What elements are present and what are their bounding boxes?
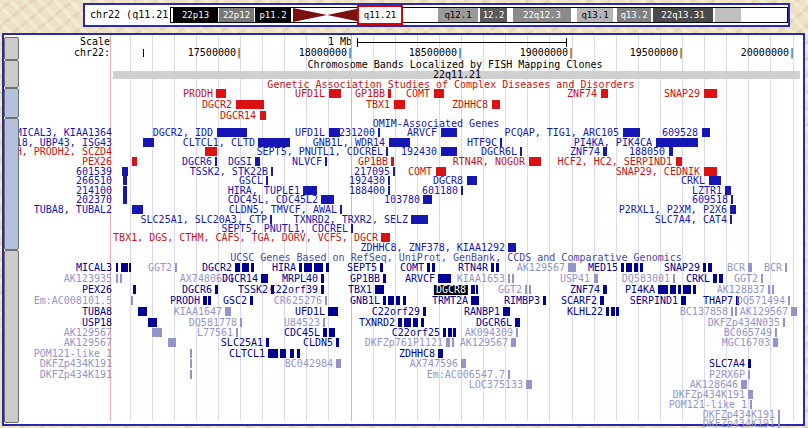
gene-label[interactable]: ARVCF (405, 274, 435, 284)
gene-label[interactable]: BCR (764, 263, 782, 273)
gene-label[interactable]: COMT (408, 167, 432, 177)
gene-label[interactable]: TBX1 (366, 100, 390, 110)
gene-box[interactable] (529, 157, 541, 166)
gene-box[interactable] (423, 307, 426, 316)
gene-box[interactable] (461, 359, 466, 368)
ideogram-band-22p13[interactable]: 22p13 (173, 8, 218, 22)
gene-box[interactable] (421, 318, 424, 327)
gene-box[interactable] (496, 263, 499, 272)
gene-box[interactable] (386, 147, 388, 156)
gene-box[interactable] (290, 349, 294, 358)
gene-box[interactable] (383, 296, 386, 305)
gene-box[interactable] (268, 349, 278, 358)
gene-box[interactable] (434, 89, 444, 98)
gene-box[interactable] (280, 349, 286, 358)
gene-box[interactable] (748, 263, 752, 272)
gene-label[interactable]: Em:AC008101.5 (34, 296, 112, 306)
gene-label[interactable]: 192430 (401, 147, 437, 157)
gene-box[interactable] (260, 111, 266, 120)
gene-box[interactable] (603, 147, 607, 156)
gene-box[interactable] (215, 285, 218, 294)
gene-label[interactable]: PRODH (183, 89, 213, 99)
gene-box[interactable] (511, 338, 516, 347)
gene-box[interactable] (129, 263, 131, 272)
gene-box[interactable] (271, 167, 273, 176)
gene-box[interactable] (748, 370, 750, 379)
gene-box[interactable] (323, 318, 325, 327)
gene-box[interactable] (217, 128, 247, 137)
gene-box[interactable] (381, 233, 390, 242)
gene-label[interactable]: TBX1, DGS, CTHM, CAFS, TGA, DORV, VCFS, … (113, 233, 378, 243)
gene-label[interactable]: AK129567 (460, 338, 508, 348)
gene-box[interactable] (443, 328, 446, 337)
gene-box[interactable] (329, 89, 341, 98)
gene-box[interactable] (508, 370, 510, 379)
gene-label[interactable]: 103780 (384, 195, 420, 205)
gene-box[interactable] (225, 307, 231, 316)
ideogram-band-q13.1[interactable]: q13.1 (577, 8, 613, 22)
gene-label[interactable]: AX748067 (180, 274, 228, 284)
gene-box[interactable] (508, 274, 510, 283)
gene-box[interactable] (772, 285, 774, 294)
gene-label[interactable]: MED15 (588, 263, 618, 273)
gene-box[interactable] (122, 167, 128, 176)
gene-box[interactable] (236, 328, 238, 337)
gene-box[interactable] (778, 419, 780, 428)
gene-box[interactable] (314, 263, 323, 272)
gene-box[interactable] (438, 274, 451, 283)
gene-box[interactable] (471, 296, 479, 305)
gene-label[interactable]: UFD1L (295, 307, 325, 317)
gene-box[interactable] (476, 285, 478, 294)
gene-box[interactable] (394, 100, 405, 109)
gene-label[interactable]: DGCR2 (202, 100, 232, 110)
gene-box[interactable] (452, 338, 454, 347)
gene-box[interactable] (778, 410, 780, 419)
gene-label[interactable]: DGCR2 (202, 263, 232, 273)
gene-label[interactable]: SNAP29 (664, 263, 700, 273)
gene-label[interactable]: BCR (727, 263, 745, 273)
gene-label[interactable]: AK129567 (64, 338, 112, 348)
gene-label[interactable]: 609528 (662, 128, 698, 138)
gene-label[interactable]: CRKL (686, 274, 710, 284)
gene-box[interactable] (708, 263, 712, 272)
gene-label[interactable]: THAP7 (703, 296, 733, 306)
gene-box[interactable] (748, 359, 751, 368)
gene-box[interactable] (525, 285, 527, 294)
gene-box[interactable] (325, 296, 327, 305)
track-config-button[interactable] (4, 88, 19, 118)
gene-label[interactable]: ZDHHC8 (452, 100, 488, 110)
gene-box[interactable] (123, 176, 127, 185)
gene-label[interactable]: KIAA1647 (174, 307, 222, 317)
ideogram-band-12.2[interactable]: 12.2 (480, 8, 507, 22)
ideogram-strip[interactable]: 22p1322p12p11.2q12.112.222q12.3q13.1q13.… (170, 7, 788, 23)
gene-box[interactable] (175, 263, 177, 272)
gene-box[interactable] (441, 147, 457, 156)
gene-box[interactable] (116, 263, 118, 272)
gene-label[interactable]: CR625276 (274, 296, 322, 306)
gene-label[interactable]: CLTCL1 (229, 349, 265, 359)
gene-box[interactable] (388, 176, 390, 185)
ideogram-band-tip[interactable] (715, 8, 741, 22)
gene-box[interactable] (323, 328, 327, 337)
gene-box[interactable] (730, 215, 732, 224)
gene-box[interactable] (568, 263, 576, 272)
gene-box[interactable] (768, 285, 770, 294)
gene-label[interactable]: TXNRD2 (359, 318, 395, 328)
gene-box[interactable] (190, 359, 192, 368)
gene-box[interactable] (240, 318, 242, 327)
gene-box[interactable] (783, 318, 785, 327)
gene-box[interactable] (683, 285, 691, 294)
gene-box[interactable] (132, 205, 143, 214)
gene-label[interactable]: SNAP29 (664, 89, 700, 99)
gene-label[interactable]: PI4KA (625, 285, 655, 295)
gene-label[interactable]: CLTCL1, CLTD (183, 138, 255, 148)
gene-box[interactable] (516, 328, 518, 337)
gene-box[interactable] (702, 128, 710, 137)
gene-box[interactable] (730, 205, 736, 214)
gene-box[interactable] (336, 359, 341, 368)
gene-label[interactable]: ARVCF (407, 128, 437, 138)
gene-box[interactable] (441, 128, 457, 137)
gene-box[interactable] (340, 205, 342, 214)
gene-box[interactable] (116, 274, 118, 283)
gene-box[interactable] (152, 328, 162, 337)
